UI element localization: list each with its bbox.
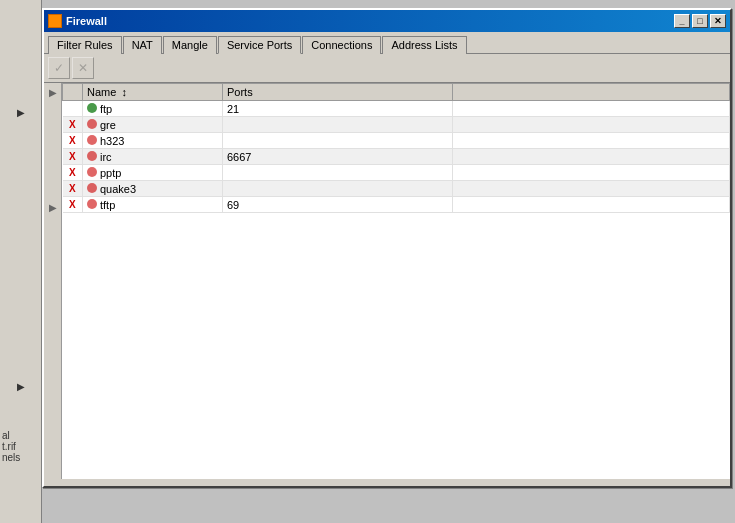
sort-icon: ↕	[121, 86, 127, 98]
row-status-cell: X	[63, 165, 83, 181]
table-row[interactable]: Xpptp	[63, 165, 730, 181]
service-ports-table: Name ↕ Ports ftp21XgreXh323Xirc6667Xpptp…	[62, 83, 730, 213]
row-extra-cell	[453, 101, 730, 117]
check-icon: ✓	[54, 61, 64, 75]
row-ports-cell	[223, 165, 453, 181]
tabs-bar: Filter Rules NAT Mangle Service Ports Co…	[44, 32, 730, 54]
x-button[interactable]: ✕	[72, 57, 94, 79]
row-status-dot	[87, 183, 97, 193]
sidebar-bottom-labels: al t.rif nels	[0, 430, 42, 463]
label-nels: nels	[2, 452, 20, 463]
row-ports-cell: 21	[223, 101, 453, 117]
tab-nat[interactable]: NAT	[123, 36, 162, 54]
x-icon: ✕	[78, 61, 88, 75]
up-arrow-icon: ▶	[17, 107, 25, 118]
row-status-cell: X	[63, 149, 83, 165]
row-name-label: quake3	[100, 183, 136, 195]
row-ports-cell	[223, 133, 453, 149]
tab-address-lists[interactable]: Address Lists	[382, 36, 466, 54]
row-name-label: ftp	[100, 103, 112, 115]
col-header-name[interactable]: Name ↕	[83, 84, 223, 101]
left-nav: ▶ ▶	[44, 83, 62, 479]
row-status-dot	[87, 119, 97, 129]
nav-up-icon[interactable]: ▶	[49, 87, 57, 98]
firewall-window: Firewall _ □ ✕ Filter Rules NAT Mangle S…	[42, 8, 732, 488]
desktop: ▶ ▶ al t.rif nels Firewall _ □ ✕ Filter …	[0, 0, 735, 523]
row-extra-cell	[453, 181, 730, 197]
window-title: Firewall	[66, 15, 107, 27]
title-bar-controls: _ □ ✕	[674, 14, 726, 28]
tab-filter-rules[interactable]: Filter Rules	[48, 36, 122, 54]
row-status-dot	[87, 135, 97, 145]
tab-mangle[interactable]: Mangle	[163, 36, 217, 54]
row-ports-cell	[223, 117, 453, 133]
row-name-cell: pptp	[83, 165, 223, 181]
row-extra-cell	[453, 197, 730, 213]
row-ports-cell: 6667	[223, 149, 453, 165]
row-name-label: tftp	[100, 199, 115, 211]
row-name-label: irc	[100, 151, 112, 163]
table-row[interactable]: ftp21	[63, 101, 730, 117]
table-row[interactable]: Xquake3	[63, 181, 730, 197]
row-ports-cell	[223, 181, 453, 197]
row-extra-cell	[453, 165, 730, 181]
row-status-cell: X	[63, 197, 83, 213]
maximize-button[interactable]: □	[692, 14, 708, 28]
table-row[interactable]: Xirc6667	[63, 149, 730, 165]
col-header-status	[63, 84, 83, 101]
row-extra-cell	[453, 117, 730, 133]
row-name-cell: irc	[83, 149, 223, 165]
sidebar: ▶ ▶ al t.rif nels	[0, 0, 42, 523]
close-button[interactable]: ✕	[710, 14, 726, 28]
row-name-label: pptp	[100, 167, 121, 179]
sidebar-nav-up[interactable]: ▶	[0, 100, 41, 124]
row-name-cell: h323	[83, 133, 223, 149]
table-row[interactable]: Xtftp69	[63, 197, 730, 213]
sidebar-nav-down[interactable]: ▶	[0, 374, 41, 398]
label-al: al	[2, 430, 10, 441]
row-status-dot	[87, 167, 97, 177]
row-status-cell: X	[63, 181, 83, 197]
title-bar: Firewall _ □ ✕	[44, 10, 730, 32]
row-name-label: h323	[100, 135, 124, 147]
row-status-cell: X	[63, 117, 83, 133]
down-arrow-icon: ▶	[17, 381, 25, 392]
tab-service-ports[interactable]: Service Ports	[218, 36, 301, 54]
row-extra-cell	[453, 133, 730, 149]
row-extra-cell	[453, 149, 730, 165]
firewall-icon	[48, 14, 62, 28]
row-status-cell: X	[63, 133, 83, 149]
row-name-cell: gre	[83, 117, 223, 133]
tab-connections[interactable]: Connections	[302, 36, 381, 54]
row-status-dot	[87, 103, 97, 113]
content-area: ▶ ▶ Name ↕ Ports	[44, 83, 730, 479]
row-status-dot	[87, 151, 97, 161]
label-trif: t.rif	[2, 441, 16, 452]
row-status-cell	[63, 101, 83, 117]
table-row[interactable]: Xgre	[63, 117, 730, 133]
row-name-cell: quake3	[83, 181, 223, 197]
row-name-cell: ftp	[83, 101, 223, 117]
row-status-dot	[87, 199, 97, 209]
col-header-ports[interactable]: Ports	[223, 84, 453, 101]
minimize-button[interactable]: _	[674, 14, 690, 28]
col-header-extra	[453, 84, 730, 101]
table-row[interactable]: Xh323	[63, 133, 730, 149]
row-name-label: gre	[100, 119, 116, 131]
nav-down-icon[interactable]: ▶	[49, 202, 57, 213]
check-button[interactable]: ✓	[48, 57, 70, 79]
row-name-cell: tftp	[83, 197, 223, 213]
service-ports-table-container: Name ↕ Ports ftp21XgreXh323Xirc6667Xpptp…	[62, 83, 730, 479]
row-ports-cell: 69	[223, 197, 453, 213]
toolbar: ✓ ✕	[44, 54, 730, 83]
